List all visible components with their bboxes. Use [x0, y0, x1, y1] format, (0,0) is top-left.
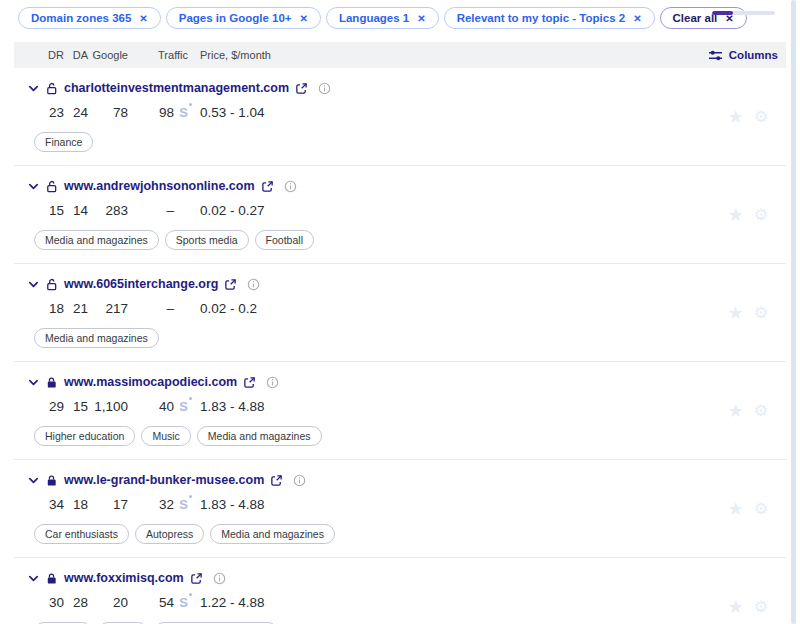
- tags-line: Media and magazines Sports media Footbal…: [14, 230, 786, 250]
- domains-table: DR DA Google Traffic Price, $/month Colu…: [14, 42, 786, 624]
- filter-chip-topics[interactable]: Relevant to my topic - Topics 2 ✕: [444, 7, 655, 29]
- traffic-value: 40: [128, 399, 174, 414]
- external-link-icon[interactable]: [295, 82, 308, 95]
- gear-icon[interactable]: ⚙: [754, 403, 768, 419]
- row-actions: ★ ⚙: [728, 108, 768, 126]
- gear-icon[interactable]: ⚙: [754, 207, 768, 223]
- domain-link[interactable]: charlotteinvestmentmanagement.com: [64, 81, 289, 95]
- external-link-icon[interactable]: [190, 572, 203, 585]
- favorite-star-icon[interactable]: ★: [728, 304, 744, 322]
- google-value: 20: [88, 595, 128, 610]
- favorite-star-icon[interactable]: ★: [728, 206, 744, 224]
- info-icon[interactable]: [318, 82, 331, 95]
- google-value: 217: [88, 301, 128, 316]
- price-value: 1.83 - 4.88: [200, 497, 265, 512]
- favorite-star-icon[interactable]: ★: [728, 500, 744, 518]
- table-row: www.foxximisq.com 30 28 20 54 S 1.22 - 4…: [14, 558, 786, 624]
- info-icon[interactable]: [293, 474, 306, 487]
- price-value: 0.53 - 1.04: [200, 105, 265, 120]
- topic-tag: Higher education: [34, 426, 135, 446]
- traffic-value: –: [128, 203, 174, 218]
- domain-link[interactable]: www.le-grand-bunker-musee.com: [64, 473, 264, 487]
- domain-line: www.le-grand-bunker-musee.com: [14, 470, 786, 490]
- dr-value: 29: [34, 399, 64, 414]
- table-row: charlotteinvestmentmanagement.com 23 24 …: [14, 68, 786, 166]
- chevron-down-icon[interactable]: [28, 475, 39, 486]
- da-value: 15: [64, 399, 88, 414]
- da-value: 24: [64, 105, 88, 120]
- stats-line: 30 28 20 54 S 1.22 - 4.88: [14, 595, 786, 615]
- info-icon[interactable]: [266, 376, 279, 389]
- gear-icon[interactable]: ⚙: [754, 109, 768, 125]
- semrush-icon: S: [179, 399, 188, 414]
- semrush-icon: S: [179, 497, 188, 512]
- topic-tag: Media and magazines: [210, 524, 335, 544]
- domain-link[interactable]: www.massimocapodieci.com: [64, 375, 237, 389]
- traffic-value: 32: [128, 497, 174, 512]
- dr-value: 15: [34, 203, 64, 218]
- row-actions: ★ ⚙: [728, 206, 768, 224]
- columns-button[interactable]: Columns: [708, 42, 778, 68]
- tags-line: Car enthusiasts Autopress Media and maga…: [14, 524, 786, 544]
- row-actions: ★ ⚙: [728, 500, 768, 518]
- filter-chip-label: Pages in Google 10+: [179, 12, 292, 24]
- stats-line: 15 14 283 – 0.02 - 0.27: [14, 203, 786, 223]
- favorite-star-icon[interactable]: ★: [728, 108, 744, 126]
- domain-line: www.6065interchange.org: [14, 274, 786, 294]
- dr-value: 18: [34, 301, 64, 316]
- topic-tag: Media and magazines: [34, 328, 159, 348]
- chevron-down-icon[interactable]: [28, 573, 39, 584]
- info-icon[interactable]: [213, 572, 226, 585]
- external-link-icon[interactable]: [261, 180, 274, 193]
- da-value: 28: [64, 595, 88, 610]
- price-value: 1.22 - 4.88: [200, 595, 265, 610]
- topic-tag: Media and magazines: [34, 230, 159, 250]
- chevron-down-icon[interactable]: [28, 181, 39, 192]
- progress-fill: [712, 11, 733, 15]
- table-row: www.6065interchange.org 18 21 217 – 0.02…: [14, 264, 786, 362]
- chevron-down-icon[interactable]: [28, 377, 39, 388]
- topic-tag: Media and magazines: [197, 426, 322, 446]
- favorite-star-icon[interactable]: ★: [728, 402, 744, 420]
- domain-link[interactable]: www.6065interchange.org: [64, 277, 218, 291]
- chevron-down-icon[interactable]: [28, 83, 39, 94]
- header-dr: DR: [34, 49, 64, 61]
- topic-tag: Car enthusiasts: [34, 524, 129, 544]
- external-link-icon[interactable]: [224, 278, 237, 291]
- table-row: www.le-grand-bunker-musee.com 34 18 17 3…: [14, 460, 786, 558]
- header-google: Google: [88, 49, 128, 61]
- gear-icon[interactable]: ⚙: [754, 501, 768, 517]
- domain-line: charlotteinvestmentmanagement.com: [14, 78, 786, 98]
- domain-link[interactable]: www.foxximisq.com: [64, 571, 184, 585]
- filter-chip-pages-in-google[interactable]: Pages in Google 10+ ✕: [166, 7, 321, 29]
- gear-icon[interactable]: ⚙: [754, 599, 768, 615]
- dr-value: 34: [34, 497, 64, 512]
- lock-open-icon: [45, 82, 58, 95]
- close-icon[interactable]: ✕: [139, 13, 147, 24]
- filter-chip-domain-zones[interactable]: Domain zones 365 ✕: [18, 7, 161, 29]
- gear-icon[interactable]: ⚙: [754, 305, 768, 321]
- favorite-star-icon[interactable]: ★: [728, 598, 744, 616]
- domain-link[interactable]: www.andrewjohnsononline.com: [64, 179, 255, 193]
- header-price: Price, $/month: [200, 49, 271, 61]
- external-link-icon[interactable]: [270, 474, 283, 487]
- chevron-down-icon[interactable]: [28, 279, 39, 290]
- traffic-value: 98: [128, 105, 174, 120]
- filter-chip-languages[interactable]: Languages 1 ✕: [326, 7, 439, 29]
- topic-tag: Sports media: [165, 230, 249, 250]
- external-link-icon[interactable]: [243, 376, 256, 389]
- close-icon[interactable]: ✕: [633, 13, 641, 24]
- info-icon[interactable]: [247, 278, 260, 291]
- lock-closed-icon: [45, 474, 58, 487]
- close-icon[interactable]: ✕: [417, 13, 425, 24]
- price-value: 1.83 - 4.88: [200, 399, 265, 414]
- topic-tag: Finance: [34, 132, 93, 152]
- clear-all-label: Clear all: [673, 12, 718, 24]
- close-icon[interactable]: ✕: [300, 13, 308, 24]
- header-traffic: Traffic: [128, 49, 188, 61]
- stats-line: 29 15 1,100 40 S 1.83 - 4.88: [14, 399, 786, 419]
- info-icon[interactable]: [284, 180, 297, 193]
- vertical-scrollbar[interactable]: [791, 0, 796, 624]
- topic-tag: Football: [255, 230, 314, 250]
- header-da: DA: [64, 49, 88, 61]
